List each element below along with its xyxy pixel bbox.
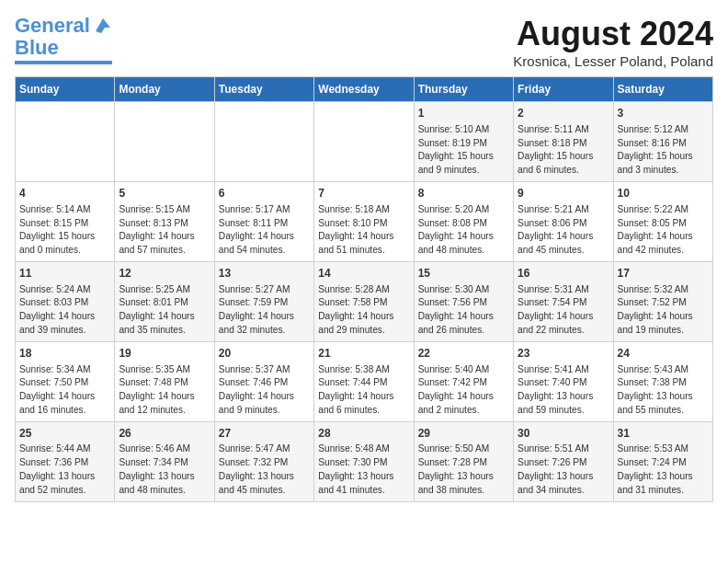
cell-content: Sunrise: 5:14 AM Sunset: 8:15 PM Dayligh… [19, 203, 110, 258]
cell-content: Sunrise: 5:10 AM Sunset: 8:19 PM Dayligh… [418, 123, 509, 178]
calendar-cell: 17Sunrise: 5:32 AM Sunset: 7:52 PM Dayli… [613, 261, 712, 341]
calendar-cell: 21Sunrise: 5:38 AM Sunset: 7:44 PM Dayli… [314, 341, 414, 421]
logo-text: General [15, 15, 90, 37]
cell-content: Sunrise: 5:22 AM Sunset: 8:05 PM Dayligh… [618, 203, 709, 258]
day-number: 15 [418, 266, 509, 282]
cell-content: Sunrise: 5:43 AM Sunset: 7:38 PM Dayligh… [618, 363, 709, 418]
page-header: General Blue August 2024 Krosnica, Lesse… [15, 15, 713, 69]
day-number: 2 [518, 106, 609, 121]
cell-content: Sunrise: 5:40 AM Sunset: 7:42 PM Dayligh… [418, 363, 509, 418]
cell-content: Sunrise: 5:31 AM Sunset: 7:54 PM Dayligh… [518, 283, 609, 338]
cell-content: Sunrise: 5:44 AM Sunset: 7:36 PM Dayligh… [19, 442, 110, 497]
calendar-cell: 10Sunrise: 5:22 AM Sunset: 8:05 PM Dayli… [613, 181, 712, 261]
calendar-cell: 23Sunrise: 5:41 AM Sunset: 7:40 PM Dayli… [514, 341, 613, 421]
cell-content: Sunrise: 5:50 AM Sunset: 7:28 PM Dayligh… [418, 442, 509, 497]
col-thursday: Thursday [414, 77, 513, 102]
day-number: 29 [418, 426, 509, 442]
cell-content: Sunrise: 5:27 AM Sunset: 7:59 PM Dayligh… [219, 283, 310, 338]
calendar-cell: 20Sunrise: 5:37 AM Sunset: 7:46 PM Dayli… [214, 341, 313, 421]
day-number: 24 [618, 346, 709, 362]
main-title: August 2024 [513, 15, 713, 53]
cell-content: Sunrise: 5:15 AM Sunset: 8:13 PM Dayligh… [119, 203, 210, 258]
calendar-week-5: 25Sunrise: 5:44 AM Sunset: 7:36 PM Dayli… [16, 421, 713, 501]
day-number: 3 [618, 106, 709, 121]
calendar-cell: 13Sunrise: 5:27 AM Sunset: 7:59 PM Dayli… [214, 261, 313, 341]
cell-content: Sunrise: 5:32 AM Sunset: 7:52 PM Dayligh… [618, 283, 709, 338]
calendar-cell: 29Sunrise: 5:50 AM Sunset: 7:28 PM Dayli… [414, 421, 513, 501]
col-tuesday: Tuesday [214, 77, 313, 102]
day-number: 23 [518, 346, 609, 362]
header-row: Sunday Monday Tuesday Wednesday Thursday… [16, 77, 713, 102]
day-number: 5 [119, 186, 210, 201]
day-number: 10 [618, 186, 709, 201]
day-number: 18 [19, 346, 110, 362]
day-number: 13 [219, 266, 310, 282]
day-number: 8 [418, 186, 509, 201]
day-number: 30 [518, 426, 609, 442]
calendar-cell [16, 102, 115, 182]
day-number: 6 [219, 186, 310, 201]
cell-content: Sunrise: 5:28 AM Sunset: 7:58 PM Dayligh… [318, 283, 409, 338]
cell-content: Sunrise: 5:30 AM Sunset: 7:56 PM Dayligh… [418, 283, 509, 338]
day-number: 14 [318, 266, 409, 282]
calendar-table: Sunday Monday Tuesday Wednesday Thursday… [15, 76, 713, 502]
day-number: 9 [518, 186, 609, 201]
logo: General Blue [15, 15, 112, 64]
day-number: 7 [318, 186, 409, 201]
calendar-cell: 24Sunrise: 5:43 AM Sunset: 7:38 PM Dayli… [613, 341, 712, 421]
day-number: 20 [219, 346, 310, 362]
cell-content: Sunrise: 5:17 AM Sunset: 8:11 PM Dayligh… [219, 203, 310, 258]
cell-content: Sunrise: 5:11 AM Sunset: 8:18 PM Dayligh… [518, 123, 609, 178]
calendar-cell: 11Sunrise: 5:24 AM Sunset: 8:03 PM Dayli… [16, 261, 115, 341]
calendar-cell: 18Sunrise: 5:34 AM Sunset: 7:50 PM Dayli… [16, 341, 115, 421]
cell-content: Sunrise: 5:48 AM Sunset: 7:30 PM Dayligh… [318, 442, 409, 497]
calendar-week-4: 18Sunrise: 5:34 AM Sunset: 7:50 PM Dayli… [16, 341, 713, 421]
calendar-cell: 15Sunrise: 5:30 AM Sunset: 7:56 PM Dayli… [414, 261, 513, 341]
calendar-cell: 7Sunrise: 5:18 AM Sunset: 8:10 PM Daylig… [314, 181, 414, 261]
day-number: 17 [618, 266, 709, 282]
calendar-cell: 9Sunrise: 5:21 AM Sunset: 8:06 PM Daylig… [514, 181, 613, 261]
calendar-cell: 2Sunrise: 5:11 AM Sunset: 8:18 PM Daylig… [514, 102, 613, 182]
day-number: 16 [518, 266, 609, 282]
calendar-cell: 19Sunrise: 5:35 AM Sunset: 7:48 PM Dayli… [115, 341, 214, 421]
cell-content: Sunrise: 5:46 AM Sunset: 7:34 PM Dayligh… [119, 442, 210, 497]
cell-content: Sunrise: 5:47 AM Sunset: 7:32 PM Dayligh… [219, 442, 310, 497]
logo-icon [92, 15, 112, 35]
subtitle: Krosnica, Lesser Poland, Poland [513, 53, 713, 69]
day-number: 27 [219, 426, 310, 442]
cell-content: Sunrise: 5:34 AM Sunset: 7:50 PM Dayligh… [19, 363, 110, 418]
calendar-cell: 14Sunrise: 5:28 AM Sunset: 7:58 PM Dayli… [314, 261, 414, 341]
day-number: 1 [418, 106, 509, 121]
cell-content: Sunrise: 5:24 AM Sunset: 8:03 PM Dayligh… [19, 283, 110, 338]
calendar-cell: 31Sunrise: 5:53 AM Sunset: 7:24 PM Dayli… [613, 421, 712, 501]
day-number: 28 [318, 426, 409, 442]
logo-general: General [15, 14, 90, 37]
cell-content: Sunrise: 5:38 AM Sunset: 7:44 PM Dayligh… [318, 363, 409, 418]
cell-content: Sunrise: 5:20 AM Sunset: 8:08 PM Dayligh… [418, 203, 509, 258]
cell-content: Sunrise: 5:21 AM Sunset: 8:06 PM Dayligh… [518, 203, 609, 258]
calendar-cell: 6Sunrise: 5:17 AM Sunset: 8:11 PM Daylig… [214, 181, 313, 261]
calendar-cell: 22Sunrise: 5:40 AM Sunset: 7:42 PM Dayli… [414, 341, 513, 421]
calendar-cell [314, 102, 414, 182]
calendar-cell: 4Sunrise: 5:14 AM Sunset: 8:15 PM Daylig… [16, 181, 115, 261]
cell-content: Sunrise: 5:51 AM Sunset: 7:26 PM Dayligh… [518, 442, 609, 497]
cell-content: Sunrise: 5:18 AM Sunset: 8:10 PM Dayligh… [318, 203, 409, 258]
cell-content: Sunrise: 5:35 AM Sunset: 7:48 PM Dayligh… [119, 363, 210, 418]
calendar-week-2: 4Sunrise: 5:14 AM Sunset: 8:15 PM Daylig… [16, 181, 713, 261]
day-number: 12 [119, 266, 210, 282]
col-friday: Friday [514, 77, 613, 102]
calendar-cell [214, 102, 313, 182]
svg-marker-0 [96, 18, 110, 33]
calendar-cell: 3Sunrise: 5:12 AM Sunset: 8:16 PM Daylig… [613, 102, 712, 182]
cell-content: Sunrise: 5:12 AM Sunset: 8:16 PM Dayligh… [618, 123, 709, 178]
day-number: 11 [19, 266, 110, 282]
calendar-cell: 12Sunrise: 5:25 AM Sunset: 8:01 PM Dayli… [115, 261, 214, 341]
calendar-cell: 16Sunrise: 5:31 AM Sunset: 7:54 PM Dayli… [514, 261, 613, 341]
calendar-cell: 8Sunrise: 5:20 AM Sunset: 8:08 PM Daylig… [414, 181, 513, 261]
calendar-cell: 26Sunrise: 5:46 AM Sunset: 7:34 PM Dayli… [115, 421, 214, 501]
calendar-cell: 28Sunrise: 5:48 AM Sunset: 7:30 PM Dayli… [314, 421, 414, 501]
day-number: 21 [318, 346, 409, 362]
day-number: 25 [19, 426, 110, 442]
day-number: 26 [119, 426, 210, 442]
calendar-cell: 27Sunrise: 5:47 AM Sunset: 7:32 PM Dayli… [214, 421, 313, 501]
